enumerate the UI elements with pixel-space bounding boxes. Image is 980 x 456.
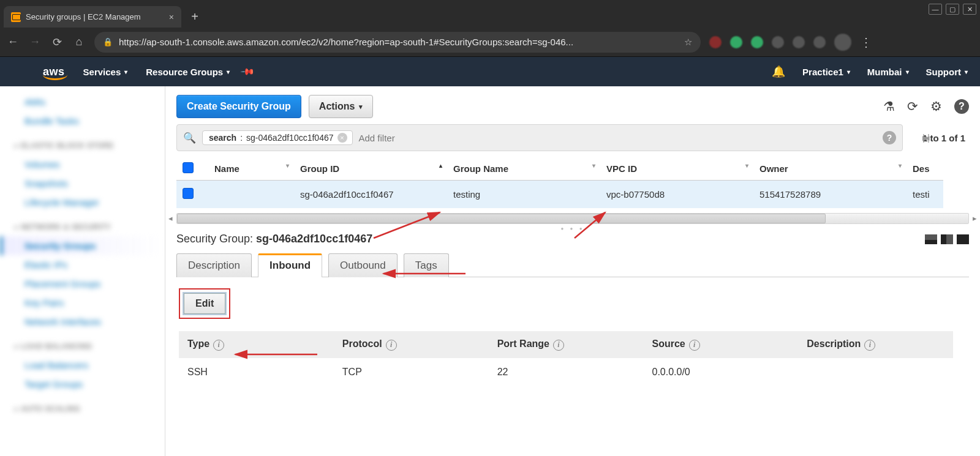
results-table: Name▾ Group ID▴ Group Name▾ VPC ID▾ Owne…	[176, 157, 969, 208]
info-icon[interactable]: i	[553, 340, 564, 351]
bell-icon[interactable]: 🔔	[772, 65, 785, 78]
filter-bar[interactable]: 🔍 search : sg-046a2df10cc1f0467 × Add fi…	[176, 124, 903, 151]
inbound-rules-table: Typei Protocoli Port Rangei Sourcei Desc…	[179, 331, 953, 386]
region-menu[interactable]: Mumbai▾	[867, 67, 909, 77]
actions-button[interactable]: Actions ▾	[309, 95, 373, 118]
tab-outbound[interactable]: Outbound	[328, 253, 398, 277]
col-description[interactable]: Des	[907, 157, 943, 181]
extension-icon[interactable]	[793, 36, 805, 48]
tab-tags[interactable]: Tags	[404, 253, 449, 277]
layout-bottom-icon[interactable]	[925, 234, 937, 244]
page-body: AMIs Bundle Tasks ELASTIC BLOCK STORE Vo…	[0, 86, 980, 456]
rule-port-range: 22	[489, 358, 644, 386]
sidebar-item[interactable]: Placement Groups	[9, 274, 165, 293]
table-row[interactable]: sg-046a2df10cc1f0467 testing vpc-b07750d…	[176, 181, 943, 209]
page-indicator: 1 to 1 of 1	[922, 133, 965, 143]
scrollbar-thumb[interactable]	[177, 214, 826, 223]
sidebar-item[interactable]: Bundle Tasks	[9, 111, 165, 130]
extension-icon[interactable]	[772, 36, 784, 48]
browser-toolbar: ← → ⟳ ⌂ 🔒 https://ap-south-1.console.aws…	[0, 28, 980, 57]
gear-icon[interactable]: ⚙	[930, 99, 942, 114]
add-filter-placeholder[interactable]: Add filter	[359, 133, 395, 143]
tab-inbound[interactable]: Inbound	[258, 253, 322, 277]
checkbox-icon[interactable]	[183, 188, 194, 199]
search-icon: 🔍	[183, 132, 196, 144]
info-icon[interactable]: i	[213, 340, 224, 351]
new-tab-button[interactable]: +	[185, 7, 205, 26]
sidebar-item[interactable]: AMIs	[9, 92, 165, 111]
layout-full-icon[interactable]	[957, 234, 969, 244]
aws-logo[interactable]: aws	[43, 65, 65, 78]
account-menu[interactable]: Practice1▾	[802, 67, 850, 77]
close-icon[interactable]: ×	[169, 12, 174, 22]
kebab-menu-icon[interactable]: ⋮	[860, 35, 872, 50]
flask-icon[interactable]: ⚗	[883, 99, 895, 114]
sidebar-item-security-groups[interactable]: Security Groups	[0, 236, 165, 255]
reload-icon[interactable]: ⟳	[50, 36, 64, 49]
cell-description: testi	[907, 181, 943, 209]
cell-owner: 515417528789	[753, 181, 907, 209]
address-bar[interactable]: 🔒 https://ap-south-1.console.aws.amazon.…	[94, 32, 701, 53]
extension-icon[interactable]	[751, 36, 763, 48]
pane-splitter[interactable]: ● ● ●	[165, 224, 980, 233]
col-group-name[interactable]: Group Name▾	[447, 157, 600, 181]
extension-icon[interactable]	[709, 36, 722, 48]
home-icon[interactable]: ⌂	[72, 36, 86, 48]
minimize-icon[interactable]: —	[929, 4, 942, 15]
layout-side-icon[interactable]	[941, 234, 953, 244]
rules-col-description: Descriptioni	[798, 331, 953, 358]
bookmark-star-icon[interactable]: ☆	[684, 37, 692, 48]
sidebar-item[interactable]: Snapshots	[9, 174, 165, 193]
ec2-sidebar[interactable]: AMIs Bundle Tasks ELASTIC BLOCK STORE Vo…	[0, 86, 165, 456]
filter-help-icon[interactable]: ?	[883, 131, 896, 144]
sidebar-item[interactable]: Elastic IPs	[9, 255, 165, 274]
info-icon[interactable]: i	[689, 340, 700, 351]
back-icon[interactable]: ←	[6, 36, 20, 48]
rules-row[interactable]: SSH TCP 22 0.0.0.0/0	[179, 358, 953, 386]
sidebar-item[interactable]: Load Balancers	[9, 356, 165, 375]
close-window-icon[interactable]: ✕	[963, 4, 976, 15]
tab-description[interactable]: Description	[176, 253, 252, 277]
create-security-group-button[interactable]: Create Security Group	[176, 95, 301, 118]
sidebar-item[interactable]: Lifecycle Manager	[9, 193, 165, 212]
remove-chip-icon[interactable]: ×	[337, 133, 347, 143]
services-menu[interactable]: Services▾	[83, 67, 128, 77]
rules-col-source: Sourcei	[643, 331, 798, 358]
chevron-down-icon: ▾	[227, 69, 230, 75]
cell-name	[208, 181, 294, 209]
checkbox-icon[interactable]	[183, 162, 194, 173]
select-all-header[interactable]	[176, 157, 208, 181]
sidebar-item[interactable]: Key Pairs	[9, 293, 165, 312]
help-icon[interactable]: ?	[954, 99, 969, 114]
pin-icon[interactable]: 📌	[240, 64, 256, 80]
edit-button[interactable]: Edit	[184, 293, 225, 314]
col-owner[interactable]: Owner▾	[753, 157, 907, 181]
forward-icon[interactable]: →	[28, 36, 42, 48]
sidebar-item[interactable]: Volumes	[9, 155, 165, 174]
edit-highlight-box: Edit	[179, 288, 230, 319]
col-vpc-id[interactable]: VPC ID▾	[600, 157, 753, 181]
aws-header: aws Services▾ Resource Groups▾ 📌 🔔 Pract…	[0, 57, 980, 86]
chevron-down-icon: ▾	[124, 69, 127, 75]
resource-groups-menu[interactable]: Resource Groups▾	[146, 67, 230, 77]
rules-col-protocol: Protocoli	[334, 331, 489, 358]
info-icon[interactable]: i	[386, 340, 397, 351]
cell-group-name: testing	[447, 181, 600, 209]
horizontal-scrollbar[interactable]	[176, 213, 969, 224]
extension-icon[interactable]	[730, 36, 742, 48]
sidebar-item[interactable]: Network Interfaces	[9, 312, 165, 331]
filter-chip[interactable]: search : sg-046a2df10cc1f0467 ×	[202, 130, 353, 145]
refresh-icon[interactable]: ⟳	[907, 99, 918, 114]
browser-tab[interactable]: Security groups | EC2 Managem ×	[4, 6, 181, 28]
chevron-down-icon: ▾	[847, 69, 850, 75]
avatar-icon[interactable]	[834, 34, 851, 51]
sidebar-item[interactable]: Target Groups	[9, 375, 165, 394]
extension-icon[interactable]	[813, 36, 826, 48]
cell-vpc-id: vpc-b07750d8	[600, 181, 753, 209]
maximize-icon[interactable]: ▢	[946, 4, 959, 15]
col-name[interactable]: Name▾	[208, 157, 294, 181]
col-group-id[interactable]: Group ID▴	[294, 157, 447, 181]
info-icon[interactable]: i	[864, 340, 875, 351]
support-menu[interactable]: Support▾	[926, 67, 968, 77]
rules-col-type: Typei	[179, 331, 334, 358]
